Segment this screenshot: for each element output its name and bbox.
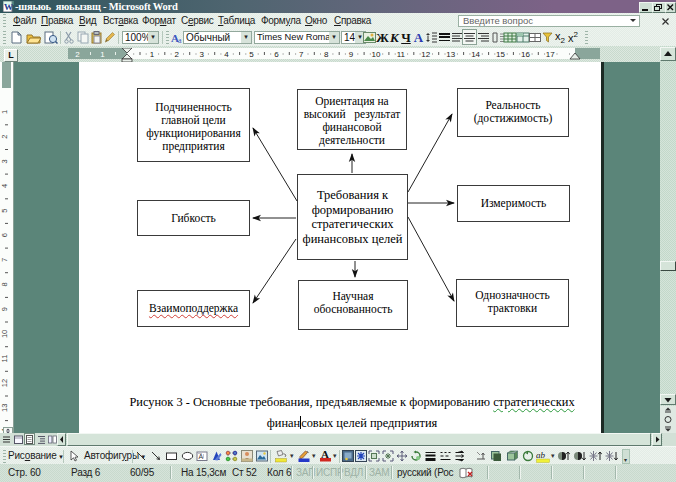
svg-text:A: A [199,453,204,460]
svg-text:ab: ab [536,450,546,460]
